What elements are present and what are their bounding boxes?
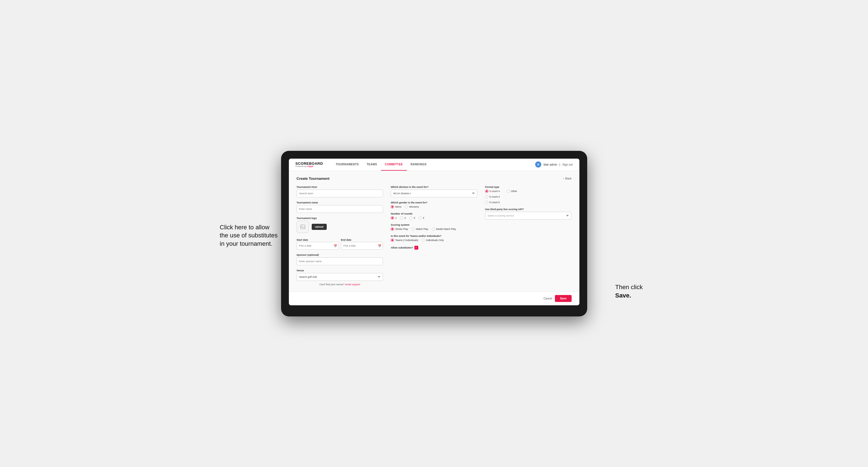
end-date-group: End date 📅 (341, 237, 383, 250)
sponsor-label: Sponsor (optional) (297, 253, 383, 256)
gender-womens[interactable]: Womens (405, 205, 419, 209)
division-group: Which division is the event for? NCAA Di… (391, 186, 477, 197)
annotation-left: Click here to allow the use of substitut… (220, 223, 278, 248)
brand-scoreboard: SCOREBOARD (296, 162, 323, 165)
sponsor-input[interactable] (297, 257, 383, 265)
format-other[interactable]: Other (506, 189, 517, 193)
round-2-radio[interactable] (400, 216, 403, 220)
gender-womens-label: Womens (409, 206, 419, 208)
end-date-input[interactable] (341, 242, 383, 250)
tournament-logo-label: Tournament logo (297, 217, 383, 220)
individuals-only[interactable]: Individuals Only (422, 239, 444, 242)
tournament-name-input[interactable] (297, 205, 383, 213)
svg-rect-0 (301, 225, 305, 229)
teams-plus-individuals[interactable]: Teams (+Individuals) (391, 239, 418, 242)
annotation-right: Then click Save. (615, 283, 643, 300)
avatar: B (535, 161, 541, 167)
rounds-group: Number of rounds 1 2 (391, 212, 477, 220)
form-col-right: Format type 5 count 4 Other (485, 186, 571, 286)
round-2-label: 2 (404, 217, 406, 219)
scoring-medal[interactable]: Medal Match Play (432, 227, 456, 231)
teams-radio-group: Teams (+Individuals) Individuals Only (391, 239, 477, 242)
tablet-screen: SCOREBOARD Powered by clippd TOURNAMENTS… (289, 159, 580, 305)
allow-substitutes-group: Allow substitutes? ✓ (391, 246, 477, 250)
scoring-service-select[interactable]: Select a scoring service (485, 212, 571, 220)
format-options: 5 count 4 Other 6 count 4 (485, 189, 571, 204)
signout-link[interactable]: Sign out (562, 163, 573, 166)
round-3[interactable]: 3 (409, 216, 415, 220)
scoring-match-radio[interactable] (411, 227, 415, 231)
gender-womens-radio[interactable] (405, 205, 408, 209)
cancel-button[interactable]: Cancel (544, 297, 552, 300)
end-date-wrap: 📅 (341, 242, 383, 250)
scoring-match[interactable]: Match Play (411, 227, 428, 231)
round-1[interactable]: 1 (391, 216, 397, 220)
scoring-medal-radio[interactable] (432, 227, 435, 231)
page-title: Create Tournament (297, 177, 330, 181)
format-other-radio[interactable] (506, 189, 510, 193)
upload-button[interactable]: Upload (312, 224, 327, 230)
format-6count5-radio[interactable] (485, 201, 488, 204)
dates-group: Start date 📅 End date (297, 237, 383, 250)
allow-substitutes-checkbox[interactable]: ✓ (414, 246, 418, 250)
venue-label: Venue (297, 269, 383, 272)
navbar: SCOREBOARD Powered by clippd TOURNAMENTS… (289, 159, 580, 171)
end-date-label: End date (341, 239, 351, 241)
division-label: Which division is the event for? (391, 186, 477, 188)
round-1-radio[interactable] (391, 216, 394, 220)
start-date-label: Start date (297, 239, 308, 241)
form-grid: Tournament Host Tournament name Tourname… (297, 186, 571, 286)
calendar-icon: 📅 (334, 244, 337, 247)
round-3-radio[interactable] (409, 216, 412, 220)
tournament-logo-group: Tournament logo Upload (297, 217, 383, 233)
nav-teams[interactable]: TEAMS (363, 159, 381, 171)
nav-rankings[interactable]: RANKINGS (407, 159, 431, 171)
gender-group: Which gender is the event for? Mens Wome… (391, 201, 477, 209)
scoring-stroke[interactable]: Stroke Play (391, 227, 408, 231)
round-4-radio[interactable] (418, 216, 422, 220)
scoring-stroke-radio[interactable] (391, 227, 394, 231)
format-5count4-radio[interactable] (485, 189, 488, 193)
teams-individuals-label: Is this event for Teams and/or Individua… (391, 235, 477, 238)
scoring-stroke-label: Stroke Play (395, 228, 408, 230)
scoring-match-label: Match Play (416, 228, 428, 230)
brand: SCOREBOARD Powered by clippd (296, 162, 323, 167)
brand-powered: Powered by clippd (296, 165, 323, 167)
format-6count5[interactable]: 6 count 5 (485, 201, 571, 204)
brand-clippd: clippd (307, 165, 313, 167)
save-button[interactable]: Save (555, 295, 571, 302)
teams-radio[interactable] (391, 239, 394, 242)
tournament-host-input[interactable] (297, 189, 383, 197)
venue-help: Can't find your venue? email support (297, 283, 383, 286)
logo-placeholder (297, 221, 309, 233)
pipe: | (559, 163, 560, 166)
division-select[interactable]: NCAA Division I (391, 189, 477, 197)
format-5count4-label: 5 count 4 (490, 190, 500, 193)
round-4-label: 4 (423, 217, 424, 219)
sponsor-group: Sponsor (optional) (297, 253, 383, 265)
round-3-label: 3 (413, 217, 415, 219)
email-support-link[interactable]: email support (345, 283, 360, 286)
start-date-group: Start date 📅 (297, 237, 339, 250)
tournament-host-label: Tournament Host (297, 186, 383, 188)
back-label: Back (565, 177, 571, 180)
nav-committee[interactable]: COMMITTEE (381, 159, 407, 171)
form-col-left: Tournament Host Tournament name Tourname… (297, 186, 383, 286)
gender-mens[interactable]: Mens (391, 205, 401, 209)
back-link[interactable]: ‹ Back (563, 177, 571, 180)
round-1-label: 1 (395, 217, 397, 219)
nav-tournaments[interactable]: TOURNAMENTS (332, 159, 363, 171)
back-chevron: ‹ (563, 177, 564, 180)
format-6count4-radio[interactable] (485, 195, 488, 198)
format-5count4[interactable]: 5 count 4 (485, 189, 500, 193)
round-2[interactable]: 2 (400, 216, 406, 220)
scoring-system-group: Scoring system Stroke Play Match Play (391, 223, 477, 231)
individuals-radio[interactable] (422, 239, 425, 242)
teams-label: Teams (+Individuals) (395, 239, 418, 242)
round-4[interactable]: 4 (418, 216, 424, 220)
venue-select[interactable]: Search golf club (297, 273, 383, 281)
gender-mens-radio[interactable] (391, 205, 394, 209)
format-6count4[interactable]: 6 count 4 (485, 195, 571, 198)
start-date-input[interactable] (297, 242, 339, 250)
rounds-radio-group: 1 2 3 (391, 216, 477, 220)
